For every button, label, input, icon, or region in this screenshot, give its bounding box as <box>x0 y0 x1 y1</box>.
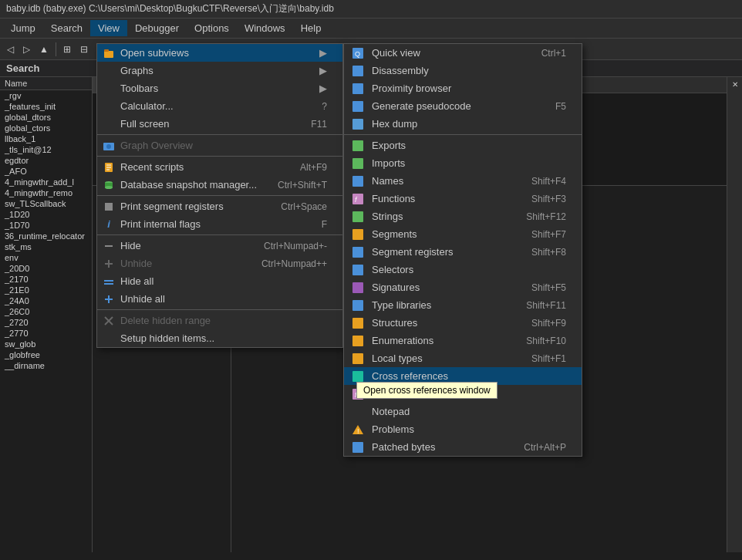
submenu-notepad[interactable]: Notepad <box>344 403 582 420</box>
submenu-selectors[interactable]: Selectors <box>344 261 582 278</box>
list-item[interactable]: _2170 <box>0 274 92 285</box>
menu-print-flags[interactable]: i Print internal flags F <box>97 215 342 233</box>
list-item[interactable]: sw_TLScallback <box>0 198 92 209</box>
patched-bytes-label: Patched bytes <box>372 441 435 453</box>
menu-help[interactable]: Help <box>293 20 329 36</box>
structures-shortcut: Shift+F9 <box>531 318 566 329</box>
list-item[interactable]: global_ctors <box>0 123 92 133</box>
graph-overview-icon <box>102 139 116 153</box>
names-shortcut: Shift+F4 <box>531 176 566 187</box>
toolbar-copy[interactable]: ⊞ <box>59 42 75 56</box>
list-item[interactable]: _rgv <box>0 90 92 101</box>
quick-view-icon: Q <box>350 46 366 61</box>
submenu-imports[interactable]: Imports <box>344 154 582 172</box>
menu-setup-hidden[interactable]: Setup hidden items... <box>97 329 342 347</box>
submenu-enumerations[interactable]: Enumerations Shift+F10 <box>344 332 582 349</box>
unhide-all-svg <box>103 294 114 305</box>
list-item[interactable]: _AFO <box>0 166 92 177</box>
submenu-segments[interactable]: Segments Shift+F7 <box>344 225 582 243</box>
submenu-names[interactable]: Names Shift+F4 <box>344 172 582 190</box>
list-item[interactable]: _2770 <box>0 328 92 339</box>
list-item[interactable]: _26C0 <box>0 306 92 317</box>
svg-rect-36 <box>352 158 363 169</box>
list-item[interactable]: _1D70 <box>0 220 92 231</box>
names-label: Names <box>372 175 403 187</box>
toolbar-forward[interactable]: ▷ <box>19 42 34 56</box>
svg-rect-20 <box>105 245 113 247</box>
list-item[interactable]: _globfree <box>0 349 92 360</box>
menu-hide[interactable]: Hide Ctrl+Numpad+- <box>97 237 342 255</box>
close-panel-btn[interactable]: ✕ <box>729 77 741 92</box>
list-item[interactable]: _features_init <box>0 101 92 112</box>
list-item[interactable]: egdtor <box>0 155 92 166</box>
db-icon <box>103 180 114 191</box>
submenu-type-libs[interactable]: Type libraries Shift+F11 <box>344 296 582 314</box>
toolbar-back[interactable]: ◁ <box>3 42 18 56</box>
submenu-pseudocode[interactable]: Generate pseudocode F5 <box>344 97 582 115</box>
submenu-exports[interactable]: Exports <box>344 137 582 154</box>
print-flags-icon: i <box>102 218 116 231</box>
submenu-disassembly[interactable]: Disassembly <box>344 62 582 79</box>
menu-print-seg-regs[interactable]: Print segment registers Ctrl+Space <box>97 197 342 215</box>
pseudocode-shortcut: F5 <box>555 101 566 112</box>
submenu-hex-dump[interactable]: Hex dump <box>344 115 582 133</box>
toolbar-up[interactable]: ▲ <box>35 42 52 56</box>
list-item[interactable]: 4_mingwthr_remo <box>0 187 92 198</box>
list-item[interactable]: _24A0 <box>0 295 92 306</box>
functions-shortcut: Shift+F3 <box>531 194 566 204</box>
submenu-proximity[interactable]: Proximity browser <box>344 79 582 97</box>
menu-view[interactable]: View <box>90 20 127 36</box>
list-item[interactable]: __dirname <box>0 360 92 371</box>
seg-regs-icon <box>103 201 114 212</box>
svg-rect-40 <box>352 211 363 222</box>
list-item[interactable]: 36_runtime_relocator <box>0 231 92 241</box>
menu-windows[interactable]: Windows <box>237 20 293 36</box>
menu-toolbars[interactable]: Toolbars ▶ <box>97 79 342 97</box>
menu-unhide-all[interactable]: Unhide all <box>97 290 342 308</box>
list-item[interactable]: env <box>0 252 92 263</box>
menu-recent-scripts[interactable]: Recent scripts Alt+F9 <box>97 158 342 176</box>
list-item[interactable]: global_dtors <box>0 112 92 123</box>
submenu-seg-regs[interactable]: Segment registers Shift+F8 <box>344 243 582 261</box>
submenu-strings[interactable]: Strings Shift+F12 <box>344 207 582 225</box>
list-item[interactable]: sw_glob <box>0 339 92 349</box>
submenu-structures[interactable]: Structures Shift+F9 <box>344 314 582 332</box>
submenu-quick-view[interactable]: Q Quick view Ctrl+1 <box>344 44 582 62</box>
list-item[interactable]: _tls_init@12 <box>0 144 92 155</box>
list-item[interactable]: _1D20 <box>0 209 92 220</box>
view-menu: Open subviews ▶ Graphs ▶ Toolbars ▶ Calc… <box>96 43 343 348</box>
submenu-functions[interactable]: f Functions Shift+F3 <box>344 190 582 207</box>
seg-regs-icon <box>350 245 366 260</box>
list-item[interactable]: stk_ms <box>0 241 92 252</box>
menu-hide-all[interactable]: Hide all <box>97 272 342 290</box>
list-item[interactable]: 4_mingwthr_add_l <box>0 177 92 187</box>
submenu-local-types[interactable]: Local types Shift+F1 <box>344 349 582 367</box>
right-buttons: ✕ <box>727 77 742 552</box>
patched-bytes-icon <box>350 440 366 455</box>
menu-graphs[interactable]: Graphs ▶ <box>97 62 342 79</box>
svg-rect-54 <box>352 442 363 453</box>
sep4 <box>97 234 342 235</box>
submenu-patched-bytes[interactable]: Patched bytes Ctrl+Alt+P <box>344 438 582 456</box>
warn-icon: ! <box>352 423 364 436</box>
menu-options[interactable]: Options <box>187 20 237 36</box>
svg-rect-48 <box>352 353 363 364</box>
list-item[interactable]: _20D0 <box>0 263 92 274</box>
menu-jump[interactable]: Jump <box>3 20 43 36</box>
list-item[interactable]: _21E0 <box>0 285 92 295</box>
menu-search[interactable]: Search <box>43 20 90 36</box>
toolbar-paste[interactable]: ⊟ <box>76 42 92 56</box>
list-item[interactable]: llback_1 <box>0 133 92 144</box>
menu-db-snapshot[interactable]: Database snapshot manager... Ctrl+Shift+… <box>97 176 342 194</box>
list-item[interactable]: _2720 <box>0 317 92 328</box>
submenu-signatures[interactable]: Signatures Shift+F5 <box>344 278 582 296</box>
print-flags-label: Print internal flags <box>120 218 201 230</box>
menu-fullscreen[interactable]: Full screen F11 <box>97 115 342 133</box>
type-libs-label: Type libraries <box>372 299 431 311</box>
menu-debugger[interactable]: Debugger <box>127 20 187 36</box>
imp-icon <box>352 157 364 170</box>
menu-open-subviews[interactable]: Open subviews ▶ <box>97 44 342 62</box>
sep3 <box>97 195 342 196</box>
menu-calculator[interactable]: Calculator... ? <box>97 97 342 115</box>
submenu-problems[interactable]: ! Problems <box>344 420 582 438</box>
